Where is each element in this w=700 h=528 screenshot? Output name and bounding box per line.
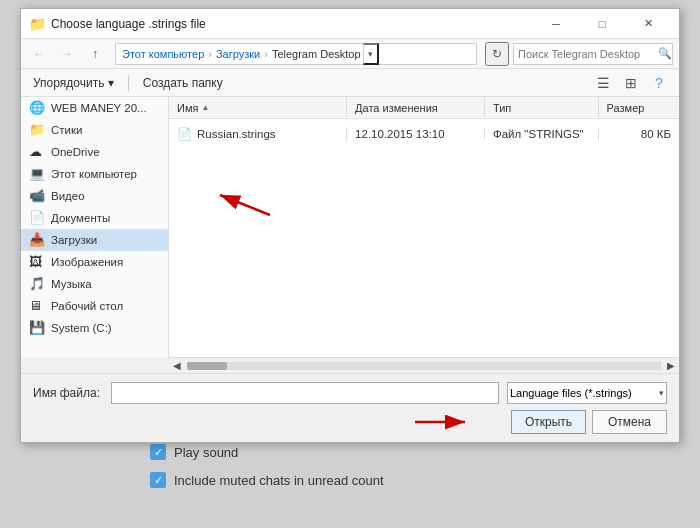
maximize-button[interactable]: □ — [579, 9, 625, 39]
webmoney-icon: 🌐 — [29, 100, 45, 116]
system-c-icon: 💾 — [29, 320, 45, 336]
breadcrumb-sep-1: › — [208, 48, 212, 60]
sidebar-item-desktop[interactable]: 🖥 Рабочий стол — [21, 295, 168, 317]
sidebar-item-images[interactable]: 🖼 Изображения — [21, 251, 168, 273]
search-input[interactable] — [518, 48, 656, 60]
back-button[interactable]: ← — [27, 42, 51, 66]
scroll-track[interactable] — [187, 362, 661, 370]
up-icon: ↑ — [92, 47, 98, 61]
up-button[interactable]: ↑ — [83, 42, 107, 66]
nav-bar: ← → ↑ Этот компьютер › Загрузки › Telegr… — [21, 39, 679, 69]
file-list-area: Имя ▲ Дата изменения Тип Размер — [169, 97, 679, 357]
minimize-button[interactable]: ─ — [533, 9, 579, 39]
scroll-left-btn[interactable]: ◀ — [169, 358, 185, 374]
sidebar-label-webmoney: WEB MANEY 20... — [51, 102, 147, 114]
file-date-russian: 12.10.2015 13:10 — [355, 128, 445, 140]
file-type-russian: Файл "STRINGS" — [493, 128, 584, 140]
sidebar-item-docs[interactable]: 📄 Документы — [21, 207, 168, 229]
sidebar-label-stiki: Стики — [51, 124, 82, 136]
refresh-button[interactable]: ↻ — [485, 42, 509, 66]
video-icon: 📹 — [29, 188, 45, 204]
dialog-icon: 📁 — [29, 16, 45, 32]
bg-checkbox-play-sound: ✓ Play sound — [150, 444, 384, 460]
col-date-label: Дата изменения — [355, 102, 438, 114]
breadcrumb-this-pc[interactable]: Этот компьютер — [122, 48, 204, 60]
filename-row: Имя файла: Language files (*.strings) ▾ — [33, 382, 667, 404]
downloads-icon: 📥 — [29, 232, 45, 248]
search-icon: 🔍 — [658, 47, 672, 60]
filename-input[interactable] — [111, 382, 499, 404]
dialog-title: Choose language .strings file — [51, 17, 533, 31]
sidebar-label-music: Музыка — [51, 278, 92, 290]
file-name-russian: Russian.strings — [197, 128, 276, 140]
breadcrumb-dropdown-button[interactable]: ▾ — [363, 43, 379, 65]
onedrive-icon: ☁ — [29, 144, 45, 160]
sidebar-label-system-c: System (C:) — [51, 322, 112, 334]
help-button[interactable]: ? — [647, 71, 671, 95]
sidebar-label-downloads: Загрузки — [51, 234, 97, 246]
col-name-label: Имя — [177, 102, 198, 114]
toolbar: Упорядочить ▾ Создать папку ☰ ⊞ ? — [21, 69, 679, 97]
desktop-icon: 🖥 — [29, 298, 45, 314]
file-dialog: 📁 Choose language .strings file ─ □ ✕ ← … — [20, 8, 680, 443]
toolbar-divider — [128, 75, 129, 91]
window-controls: ─ □ ✕ — [533, 9, 671, 39]
bottom-bar: Имя файла: Language files (*.strings) ▾ … — [21, 373, 679, 442]
search-box: 🔍 — [513, 43, 673, 65]
col-header-name[interactable]: Имя ▲ — [169, 97, 347, 118]
images-icon: 🖼 — [29, 254, 45, 270]
title-bar: 📁 Choose language .strings file ─ □ ✕ — [21, 9, 679, 39]
new-folder-button[interactable]: Создать папку — [139, 74, 227, 92]
checkbox-play-sound-icon: ✓ — [150, 444, 166, 460]
main-area: 🌐 WEB MANEY 20... 📁 Стики ☁ OneDrive 💻 Э… — [21, 97, 679, 357]
sidebar-label-video: Видео — [51, 190, 85, 202]
action-row: Открыть Отмена — [33, 410, 667, 434]
sidebar-item-onedrive[interactable]: ☁ OneDrive — [21, 141, 168, 163]
filetype-label: Language files (*.strings) — [510, 387, 632, 399]
breadcrumb-sep-2: › — [264, 48, 268, 60]
sidebar-label-docs: Документы — [51, 212, 110, 224]
col-header-date[interactable]: Дата изменения — [347, 97, 485, 118]
breadcrumb-downloads[interactable]: Загрузки — [216, 48, 260, 60]
checkbox-muted-chats-icon: ✓ — [150, 472, 166, 488]
col-type-label: Тип — [493, 102, 511, 114]
file-icon-russian: 📄 — [177, 127, 192, 141]
music-icon: 🎵 — [29, 276, 45, 292]
open-button[interactable]: Открыть — [511, 410, 586, 434]
sidebar-label-desktop: Рабочий стол — [51, 300, 123, 312]
sidebar-item-music[interactable]: 🎵 Музыка — [21, 273, 168, 295]
cancel-button[interactable]: Отмена — [592, 410, 667, 434]
sort-arrow-name: ▲ — [201, 103, 209, 112]
sidebar-label-this-pc: Этот компьютер — [51, 168, 137, 180]
filetype-select[interactable]: Language files (*.strings) ▾ — [507, 382, 667, 404]
filename-label: Имя файла: — [33, 386, 103, 400]
breadcrumb: Этот компьютер › Загрузки › Telegram Des… — [115, 43, 477, 65]
docs-icon: 📄 — [29, 210, 45, 226]
col-header-size[interactable]: Размер — [599, 97, 679, 118]
sidebar-item-stiki[interactable]: 📁 Стики — [21, 119, 168, 141]
sidebar: 🌐 WEB MANEY 20... 📁 Стики ☁ OneDrive 💻 Э… — [21, 97, 169, 357]
view-list-button[interactable]: ☰ — [591, 71, 615, 95]
bg-muted-chats-label: Include muted chats in unread count — [174, 473, 384, 488]
col-header-type[interactable]: Тип — [485, 97, 599, 118]
sidebar-label-images: Изображения — [51, 256, 123, 268]
sidebar-item-webmoney[interactable]: 🌐 WEB MANEY 20... — [21, 97, 168, 119]
file-size-russian: 80 КБ — [641, 128, 671, 140]
sidebar-label-onedrive: OneDrive — [51, 146, 100, 158]
scroll-thumb — [187, 362, 227, 370]
scroll-right-btn[interactable]: ▶ — [663, 358, 679, 374]
sidebar-item-video[interactable]: 📹 Видео — [21, 185, 168, 207]
bg-checkbox-muted-chats: ✓ Include muted chats in unread count — [150, 472, 384, 488]
file-list: 📄 Russian.strings 12.10.2015 13:10 Файл … — [169, 119, 679, 357]
organize-button[interactable]: Упорядочить ▾ — [29, 74, 118, 92]
sidebar-item-downloads[interactable]: 📥 Загрузки — [21, 229, 168, 251]
sidebar-item-system-c[interactable]: 💾 System (C:) — [21, 317, 168, 339]
file-row-russian-strings[interactable]: 📄 Russian.strings 12.10.2015 13:10 Файл … — [169, 123, 679, 145]
file-list-header: Имя ▲ Дата изменения Тип Размер — [169, 97, 679, 119]
col-size-label: Размер — [607, 102, 645, 114]
sidebar-item-this-pc[interactable]: 💻 Этот компьютер — [21, 163, 168, 185]
this-pc-icon: 💻 — [29, 166, 45, 182]
close-button[interactable]: ✕ — [625, 9, 671, 39]
view-details-button[interactable]: ⊞ — [619, 71, 643, 95]
forward-button[interactable]: → — [55, 42, 79, 66]
